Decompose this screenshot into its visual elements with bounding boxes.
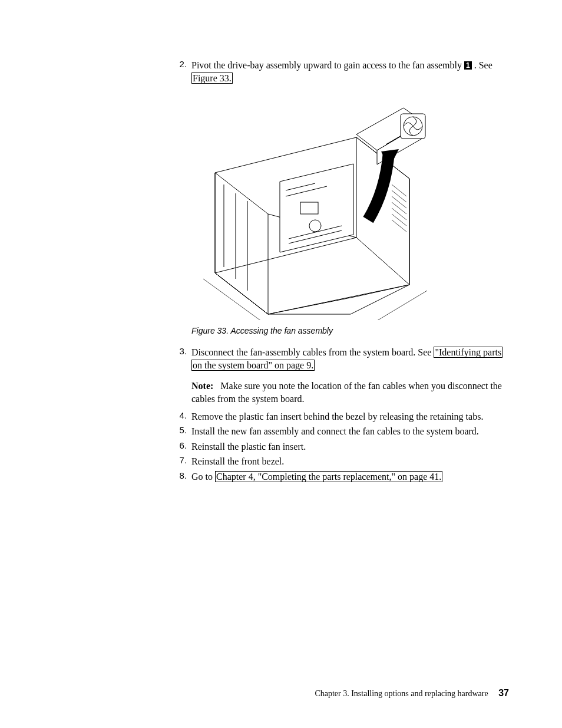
- figure-33: Figure 33. Accessing the fan assembly: [191, 102, 509, 335]
- note-block: Note: Make sure you note the location of…: [191, 380, 509, 405]
- figure-caption: Figure 33. Accessing the fan assembly: [191, 326, 509, 335]
- step-body: Install the new fan assembly and connect…: [191, 425, 509, 438]
- step-5: 5. Install the new fan assembly and conn…: [174, 425, 509, 438]
- step-number: 3.: [174, 346, 187, 356]
- step-body: Reinstall the plastic fan insert.: [191, 440, 509, 453]
- step-number: 2.: [174, 59, 187, 69]
- xref-chapter-4[interactable]: Chapter 4, "Completing the parts replace…: [215, 471, 442, 482]
- note-text: Make sure you note the location of the f…: [191, 381, 502, 404]
- step-3: 3. Disconnect the fan-assembly cables fr…: [174, 346, 509, 371]
- fan-assembly-illustration: [191, 102, 445, 320]
- step-2: 2. Pivot the drive-bay assembly upward t…: [174, 59, 509, 84]
- page-footer: Chapter 3. Installing options and replac…: [315, 688, 509, 699]
- step-number: 6.: [174, 440, 187, 450]
- footer-chapter: Chapter 3. Installing options and replac…: [315, 689, 488, 698]
- page: 2. Pivot the drive-bay assembly upward t…: [0, 0, 562, 483]
- step-body: Reinstall the front bezel.: [191, 455, 509, 468]
- xref-figure-33[interactable]: Figure 33.: [191, 73, 233, 84]
- step-6: 6. Reinstall the plastic fan insert.: [174, 440, 509, 453]
- step-text: Go to: [191, 472, 215, 482]
- step-body: Disconnect the fan-assembly cables from …: [191, 346, 509, 371]
- step-text: Disconnect the fan-assembly cables from …: [191, 347, 434, 357]
- step-number: 5.: [174, 425, 187, 435]
- step-text-post: . See: [474, 60, 492, 70]
- step-7: 7. Reinstall the front bezel.: [174, 455, 509, 468]
- step-body: Pivot the drive-bay assembly upward to g…: [191, 59, 509, 84]
- step-body: Remove the plastic fan insert behind the…: [191, 410, 509, 423]
- step-8: 8. Go to Chapter 4, "Completing the part…: [174, 470, 509, 483]
- note-label: Note:: [191, 381, 213, 391]
- callout-1-icon: 1: [464, 61, 472, 70]
- step-4: 4. Remove the plastic fan insert behind …: [174, 410, 509, 423]
- step-number: 7.: [174, 455, 187, 465]
- footer-page-number: 37: [498, 688, 509, 698]
- body-column: 2. Pivot the drive-bay assembly upward t…: [174, 59, 509, 483]
- step-body: Go to Chapter 4, "Completing the parts r…: [191, 470, 509, 483]
- step-text: Pivot the drive-bay assembly upward to g…: [191, 60, 464, 70]
- step-number: 4.: [174, 410, 187, 420]
- step-number: 8.: [174, 470, 187, 480]
